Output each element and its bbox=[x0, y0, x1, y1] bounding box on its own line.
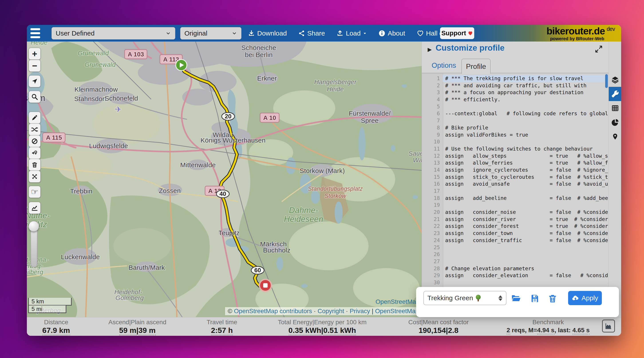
apply-button[interactable]: Apply bbox=[568, 291, 602, 305]
code-line[interactable]: 1# *** The trekking profile is for slow … bbox=[422, 75, 608, 82]
about-button[interactable]: About bbox=[377, 29, 406, 37]
map-label: Heideseen bbox=[284, 215, 323, 224]
code-line[interactable]: 21assign consider_river = true # %consid… bbox=[422, 216, 608, 223]
locate-icon bbox=[31, 78, 38, 85]
code-line[interactable]: 4# *** efficiently. bbox=[422, 96, 608, 103]
svg-text:A 103: A 103 bbox=[128, 51, 144, 58]
tab-profile[interactable]: Profile bbox=[461, 59, 491, 74]
collapse-caret-icon[interactable]: ▶ bbox=[428, 47, 432, 53]
attribution-layer-link[interactable]: OpenStreetMap bbox=[376, 298, 420, 305]
code-line[interactable]: 17 bbox=[422, 188, 608, 195]
code-line[interactable]: 10 bbox=[422, 138, 608, 145]
locate-button[interactable] bbox=[29, 75, 40, 87]
code-line[interactable]: 19 bbox=[422, 202, 608, 209]
map-canvas: A 103A 113A 115A 10A 13204060 HeideGrune… bbox=[27, 42, 422, 317]
share-icon bbox=[298, 30, 305, 37]
map-label: Ludwigsfelde bbox=[89, 142, 128, 149]
code-line[interactable]: 30 bbox=[422, 279, 608, 286]
code-line[interactable]: 12assign allow_steps = true # %allow_s bbox=[422, 153, 608, 160]
zoom-to-route-button[interactable] bbox=[29, 171, 40, 183]
sidebar-item-profile-settings[interactable] bbox=[609, 87, 621, 101]
attribution-link[interactable]: Copyright bbox=[318, 307, 344, 314]
top-toolbar: User Defined Original Download Share Loa… bbox=[27, 25, 621, 42]
code-line[interactable]: 23assign consider_town = false # %consid… bbox=[422, 230, 608, 237]
zoom-in-button[interactable]: + bbox=[29, 48, 40, 60]
code-line[interactable]: 25 bbox=[422, 244, 608, 251]
draw-route-button[interactable] bbox=[29, 112, 40, 124]
poi-pin-button[interactable] bbox=[29, 147, 40, 159]
code-line[interactable]: 3# *** a focus on approaching your desti… bbox=[422, 89, 608, 96]
map-label: ✈ bbox=[115, 105, 122, 114]
map[interactable]: A 103A 113A 115A 10A 13204060 HeideGrune… bbox=[27, 42, 422, 317]
code-line[interactable]: 28# Change elevation parameters bbox=[422, 265, 608, 272]
download-button[interactable]: Download bbox=[246, 29, 288, 37]
pointer-hand-icon: ☞ bbox=[31, 187, 38, 197]
profile-select[interactable]: User Defined bbox=[52, 27, 175, 40]
map-label: Baruth/Mark bbox=[128, 264, 165, 271]
panel-header: ▶ Customize profile bbox=[422, 42, 608, 58]
save-button[interactable] bbox=[530, 294, 540, 303]
tab-options[interactable]: Options bbox=[432, 61, 456, 70]
map-label: Heide bbox=[30, 42, 48, 46]
stat-distance: Distance67.9 km bbox=[42, 319, 70, 335]
code-line[interactable]: 7 bbox=[422, 117, 608, 124]
expand-panel-icon[interactable] bbox=[595, 45, 603, 53]
opacity-slider-handle[interactable] bbox=[28, 221, 39, 232]
zoom-out-button[interactable]: − bbox=[29, 60, 40, 72]
nogo-area-button[interactable] bbox=[29, 135, 40, 147]
code-line[interactable]: 22assign consider_forest = true # %consi… bbox=[422, 223, 608, 230]
code-line[interactable]: 5 bbox=[422, 103, 608, 110]
profile-preset-select[interactable]: Trekking Green bbox=[424, 291, 506, 305]
code-line[interactable]: 9assign validForBikes = true bbox=[422, 132, 608, 139]
support-button[interactable]: Support bbox=[440, 27, 474, 39]
sidebar-item-statistics[interactable] bbox=[609, 115, 621, 130]
share-button[interactable]: Share bbox=[297, 29, 326, 37]
attribution-link[interactable]: OpenStreetMap contributors bbox=[234, 307, 312, 314]
code-line[interactable]: 26 bbox=[422, 251, 608, 258]
profile-code-editor[interactable]: 1# *** The trekking profile is for slow … bbox=[422, 73, 608, 317]
search-button[interactable] bbox=[29, 91, 40, 103]
code-line[interactable]: 16assign avoid_unsafe = false # %avoid_u bbox=[422, 181, 608, 188]
code-line[interactable]: 11# Use the following switches to change… bbox=[422, 145, 608, 153]
map-label: Golmberg bbox=[116, 294, 144, 301]
attribution-link[interactable]: OpenStreetMap bbox=[375, 307, 419, 314]
elevation-chart-toggle[interactable] bbox=[602, 319, 615, 332]
code-line[interactable]: 2# *** and avoiding car traffic, but sti… bbox=[422, 82, 608, 89]
wrench-icon bbox=[612, 90, 619, 98]
alternative-select[interactable]: Original bbox=[180, 27, 242, 40]
open-folder-button[interactable] bbox=[511, 294, 521, 303]
attribution: © OpenStreetMap contributors · Copyright… bbox=[225, 307, 422, 315]
editor-scrollbar[interactable] bbox=[605, 74, 608, 88]
code-line[interactable]: 6---context:global # following code refe… bbox=[422, 110, 608, 117]
code-line[interactable]: 13assign allow_ferries = true # %allow_f bbox=[422, 159, 608, 167]
elevation-stats-button[interactable] bbox=[29, 202, 40, 214]
delete-profile-button[interactable] bbox=[548, 294, 558, 303]
delete-route-button[interactable] bbox=[29, 159, 40, 171]
map-label: Schönefeld bbox=[105, 95, 138, 102]
code-line[interactable]: 20assign consider_noise = false # %consi… bbox=[422, 209, 608, 216]
sidebar-item-pois[interactable] bbox=[609, 130, 621, 144]
sidebar-item-data-table[interactable] bbox=[609, 101, 621, 115]
code-line[interactable]: 8# Bike profile bbox=[422, 124, 608, 132]
attribution-link[interactable]: Privacy bbox=[350, 307, 370, 314]
reverse-route-button[interactable] bbox=[29, 124, 40, 136]
pointer-hand-button[interactable]: ☞ bbox=[29, 186, 40, 198]
menu-icon[interactable] bbox=[30, 28, 41, 38]
code-line[interactable]: 29assign consider_elevation = false # %c… bbox=[422, 272, 608, 279]
load-button[interactable]: Load bbox=[335, 29, 368, 37]
code-line[interactable]: 14assign ignore_cycleroutes = false # %i… bbox=[422, 167, 608, 174]
app-logo[interactable]: bikerouter.dedev powered by BRouter-Web bbox=[546, 26, 615, 41]
panel-title: Customize profile bbox=[436, 43, 504, 53]
code-line[interactable]: 27 bbox=[422, 258, 608, 265]
code-line[interactable]: 15assign stick_to_cycleroutes = false # … bbox=[422, 174, 608, 181]
search-icon bbox=[31, 93, 38, 100]
end-marker[interactable] bbox=[260, 279, 272, 291]
code-line[interactable]: 18assign add_beeline = false # %add_bee bbox=[422, 195, 608, 202]
start-marker[interactable] bbox=[176, 60, 187, 71]
shuffle-icon bbox=[31, 126, 38, 133]
code-line[interactable]: 24assign consider_traffic = false # %con… bbox=[422, 237, 608, 244]
block-icon bbox=[31, 138, 38, 145]
map-label: Luckenwalde bbox=[61, 253, 100, 260]
sidebar-item-layers[interactable] bbox=[609, 73, 621, 87]
opacity-slider-track[interactable] bbox=[30, 226, 38, 267]
